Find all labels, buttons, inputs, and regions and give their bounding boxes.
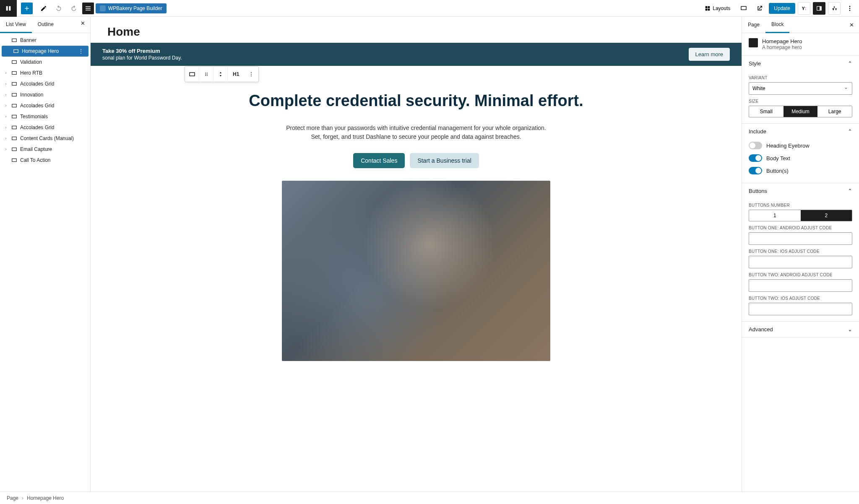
toggle-buttons[interactable] <box>749 167 762 174</box>
block-icon <box>13 48 19 55</box>
tree-item-accolades-3[interactable]: ›Accolades Grid <box>0 122 90 133</box>
device-preview-button[interactable] <box>737 2 750 15</box>
move-up-down-icon[interactable] <box>213 67 228 82</box>
page-title[interactable]: Home <box>91 17 742 43</box>
b2-ios-label: BUTTON TWO: IOS ADJUST CODE <box>749 296 852 301</box>
block-icon <box>11 135 18 142</box>
tree-item-validation[interactable]: ›Validation <box>0 57 90 68</box>
block-icon <box>11 91 18 98</box>
variant-label: VARIANT <box>749 75 852 80</box>
svg-rect-18 <box>12 104 17 107</box>
variant-select[interactable]: White <box>749 82 852 95</box>
svg-rect-23 <box>12 159 17 162</box>
options-menu-button[interactable] <box>843 2 856 15</box>
tree-item-accolades-1[interactable]: ›Accolades Grid <box>0 78 90 89</box>
undo-button[interactable] <box>52 2 65 15</box>
drag-handle-icon[interactable] <box>199 67 213 82</box>
size-medium[interactable]: Medium <box>784 106 818 117</box>
tab-block[interactable]: Block <box>765 17 789 33</box>
tree-item-homepage-hero[interactable]: ›Homepage Hero⋮ <box>2 46 89 57</box>
b2-android-input[interactable] <box>749 279 852 292</box>
wpbakery-label: WPBakery Page Builder <box>108 5 162 11</box>
heading-level-indicator[interactable]: H1 <box>228 71 244 77</box>
hero-cta-primary[interactable]: Contact Sales <box>353 153 405 168</box>
editor-canvas[interactable]: Home Take 30% off Premium sonal plan for… <box>91 17 742 491</box>
tree-item-more-icon[interactable]: ⋮ <box>77 48 85 54</box>
size-small[interactable]: Small <box>749 106 784 117</box>
layouts-button[interactable]: Layouts <box>700 3 734 14</box>
section-advanced-head[interactable]: Advanced⌄ <box>742 322 859 337</box>
b2-android-label: BUTTON TWO: ANDROID ADJUST CODE <box>749 273 852 277</box>
toggle-heading-eyebrow[interactable] <box>749 142 762 149</box>
section-buttons-head[interactable]: Buttons⌃ <box>742 183 859 199</box>
redo-button[interactable] <box>67 2 81 15</box>
block-header: Homepage Hero A homepage hero <box>742 33 859 56</box>
block-tree: ›Banner ›Homepage Hero⋮ ›Validation ›Her… <box>0 33 90 491</box>
size-segmented: Small Medium Large <box>749 106 852 117</box>
hero-cta-secondary[interactable]: Start a Business trial <box>410 153 479 168</box>
svg-rect-8 <box>820 6 821 10</box>
close-settings-panel[interactable]: ✕ <box>844 18 859 31</box>
chevron-up-icon: ⌃ <box>848 60 852 67</box>
section-buttons: Buttons⌃ BUTTONS NUMBER 1 2 BUTTON ONE: … <box>742 183 859 322</box>
hero-block[interactable]: Complete credential security. Minimal ef… <box>91 66 742 374</box>
svg-rect-15 <box>12 72 17 75</box>
main-layout: List View Outline ✕ ›Banner ›Homepage He… <box>0 17 859 491</box>
tree-item-innovation[interactable]: ›Innovation <box>0 89 90 100</box>
hero-body-text[interactable]: Protect more than your passwords with in… <box>282 124 550 141</box>
svg-point-9 <box>849 6 851 7</box>
block-description: A homepage hero <box>762 44 802 50</box>
yoast-button[interactable]: Y: <box>798 2 810 15</box>
breadcrumb-block[interactable]: Homepage Hero <box>27 495 64 501</box>
update-button[interactable]: Update <box>769 3 795 14</box>
tree-item-cta[interactable]: ›Call To Action <box>0 155 90 166</box>
close-left-panel[interactable]: ✕ <box>75 17 90 33</box>
edit-mode-button[interactable] <box>37 2 50 15</box>
external-view-button[interactable] <box>753 2 766 15</box>
section-include-head[interactable]: Include⌃ <box>742 124 859 139</box>
block-more-icon[interactable] <box>244 67 258 82</box>
site-logo[interactable] <box>0 0 17 17</box>
topbar-left: WPBakery Page Builder <box>0 0 167 17</box>
toggle-body-text[interactable] <box>749 154 762 162</box>
add-block-button[interactable] <box>21 3 33 14</box>
translate-button[interactable] <box>828 2 841 15</box>
tree-item-testimonials[interactable]: ›Testimonials <box>0 111 90 122</box>
tree-item-banner[interactable]: ›Banner <box>0 35 90 46</box>
tree-item-content-cards[interactable]: ›Content Cards (Manual) <box>0 133 90 144</box>
sidebar-toggle-button[interactable] <box>813 2 825 15</box>
svg-rect-22 <box>12 148 17 151</box>
promo-subtitle: sonal plan for World Password Day. <box>102 55 182 61</box>
buttons-number-2[interactable]: 2 <box>801 210 852 221</box>
tab-page[interactable]: Page <box>742 17 765 32</box>
hero-heading[interactable]: Complete credential security. Minimal ef… <box>244 91 588 111</box>
chevron-down-icon: ⌄ <box>848 326 852 333</box>
tab-list-view[interactable]: List View <box>0 17 32 33</box>
list-view-toggle[interactable] <box>82 3 94 14</box>
tree-item-email-capture[interactable]: ›Email Capture <box>0 144 90 155</box>
svg-rect-17 <box>12 94 17 96</box>
svg-point-10 <box>849 8 851 9</box>
b1-ios-input[interactable] <box>749 256 852 268</box>
svg-rect-13 <box>14 50 18 53</box>
section-style-head[interactable]: Style⌃ <box>742 56 859 71</box>
block-icon <box>11 81 18 87</box>
size-large[interactable]: Large <box>817 106 852 117</box>
promo-banner[interactable]: Take 30% off Premium sonal plan for Worl… <box>91 43 742 66</box>
breadcrumb-page[interactable]: Page <box>7 495 18 501</box>
buttons-number-1[interactable]: 1 <box>749 210 801 221</box>
tree-item-hero-rtb[interactable]: ›Hero RTB <box>0 68 90 78</box>
block-icon <box>11 113 18 120</box>
block-icon <box>11 146 18 153</box>
tab-outline[interactable]: Outline <box>32 17 60 33</box>
svg-point-31 <box>251 72 252 73</box>
hero-image[interactable] <box>282 181 550 361</box>
learn-more-button[interactable]: Learn more <box>689 48 730 61</box>
block-type-icon[interactable] <box>185 67 199 82</box>
svg-rect-3 <box>708 6 710 8</box>
b2-ios-input[interactable] <box>749 303 852 315</box>
b1-android-input[interactable] <box>749 232 852 245</box>
canvas-content: Take 30% off Premium sonal plan for Worl… <box>91 43 742 374</box>
tree-item-accolades-2[interactable]: ›Accolades Grid <box>0 100 90 111</box>
wpbakery-button[interactable]: WPBakery Page Builder <box>96 3 167 13</box>
